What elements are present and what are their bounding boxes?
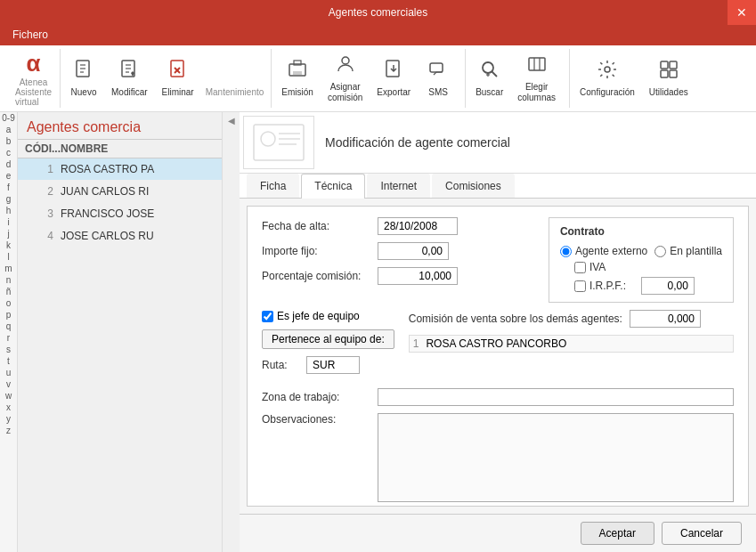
tab-internet[interactable]: Internet: [367, 174, 430, 198]
irpf-value-input[interactable]: [641, 277, 695, 295]
agent-name: ROSA CASTRO PANCORBO: [426, 337, 566, 350]
alpha-z[interactable]: z: [4, 425, 12, 436]
emision-group: Emisión Asignarcomisión Exportar SMS: [275, 49, 466, 108]
porcentaje-input[interactable]: [378, 267, 458, 285]
observaciones-textarea[interactable]: [378, 413, 734, 502]
collapse-sidebar-button[interactable]: ◀: [222, 112, 240, 552]
utilidades-button[interactable]: Utilidades: [643, 54, 695, 102]
elegir-icon: [526, 53, 548, 80]
alpha-0-9[interactable]: 0-9: [0, 112, 16, 124]
agente-externo-radio[interactable]: [560, 246, 572, 257]
emision-icon: [287, 59, 308, 85]
alpha-h[interactable]: h: [4, 205, 13, 216]
eliminar-button[interactable]: Eliminar: [156, 54, 200, 102]
svg-rect-15: [386, 61, 399, 77]
title-bar: Agentes comerciales ✕: [0, 0, 756, 24]
fichero-menu[interactable]: Fichero: [5, 26, 55, 44]
fecha-alta-input[interactable]: [378, 217, 458, 235]
alpha-l[interactable]: l: [5, 251, 11, 263]
iva-row: IVA: [574, 261, 722, 273]
importe-fijo-row: Importe fijo:: [262, 242, 520, 260]
en-plantilla-label: En plantilla: [670, 245, 722, 257]
alpha-s[interactable]: s: [4, 344, 12, 355]
comision-section: Comisión de venta sobre los demás agente…: [409, 310, 734, 356]
alpha-g[interactable]: g: [4, 193, 13, 205]
alpha-i[interactable]: i: [5, 216, 11, 228]
svg-point-24: [605, 67, 610, 72]
observaciones-label: Observaciones:: [262, 413, 378, 426]
list-item[interactable]: 1 ROSA CASTRO PA: [18, 158, 222, 181]
pertenece-button[interactable]: Pertenece al equipo de:: [262, 329, 394, 349]
alpha-r[interactable]: r: [5, 332, 12, 344]
nuevo-button[interactable]: Nuevo: [64, 54, 103, 102]
es-jefe-checkbox[interactable]: [262, 311, 273, 322]
alpha-q[interactable]: q: [4, 321, 13, 332]
aceptar-button[interactable]: Aceptar: [581, 522, 654, 545]
atenea-logo: α: [27, 50, 41, 77]
zona-input[interactable]: [378, 388, 734, 406]
list-item[interactable]: 3 FRANCISCO JOSE: [18, 203, 222, 225]
alpha-m[interactable]: m: [3, 263, 13, 274]
tab-comisiones[interactable]: Comisiones: [432, 174, 515, 198]
list-item[interactable]: 2 JUAN CARLOS RI: [18, 181, 222, 203]
comision-input[interactable]: [630, 310, 701, 328]
close-button[interactable]: ✕: [728, 0, 756, 25]
configuracion-button[interactable]: Configuración: [573, 54, 641, 102]
eliminar-icon: [167, 59, 189, 85]
utilidades-icon: [658, 59, 679, 85]
buscar-button[interactable]: Buscar: [469, 54, 509, 102]
exportar-label: Exportar: [377, 87, 411, 98]
tab-ficha[interactable]: Ficha: [247, 174, 299, 198]
modificar-button[interactable]: Modificar: [105, 54, 154, 102]
exportar-button[interactable]: Exportar: [370, 54, 417, 102]
config-group: Configuración Utilidades: [573, 49, 702, 108]
irpf-checkbox[interactable]: [574, 280, 586, 292]
alpha-u[interactable]: u: [4, 367, 13, 378]
svg-rect-27: [661, 70, 668, 77]
asistente-virtual-btn[interactable]: Asistentevirtual: [15, 87, 52, 107]
alpha-b[interactable]: b: [4, 135, 13, 147]
alpha-e[interactable]: e: [4, 170, 13, 182]
ruta-input[interactable]: [306, 356, 360, 374]
tab-tecnica[interactable]: Técnica: [301, 174, 365, 199]
iva-checkbox[interactable]: [574, 262, 586, 273]
emision-button[interactable]: Emisión: [275, 54, 320, 102]
window-title: Agentes comerciales: [329, 6, 427, 19]
alpha-a[interactable]: a: [4, 124, 13, 135]
alpha-n[interactable]: n: [4, 274, 13, 286]
right-panel: Modificación de agente comercial Ficha T…: [240, 112, 756, 552]
alpha-y[interactable]: y: [4, 413, 12, 425]
contrato-title: Contrato: [560, 225, 722, 238]
modificar-icon: [118, 59, 140, 85]
alpha-x[interactable]: x: [4, 402, 12, 413]
item-cod: 4: [25, 230, 61, 242]
cancelar-button[interactable]: Cancelar: [662, 522, 742, 545]
item-name: FRANCISCO JOSE: [61, 207, 215, 220]
alpha-k[interactable]: k: [4, 239, 12, 251]
alpha-v[interactable]: v: [4, 378, 12, 390]
sms-button[interactable]: SMS: [419, 54, 458, 102]
list-items: 1 ROSA CASTRO PA 2 JUAN CARLOS RI 3 FRAN…: [18, 158, 222, 552]
alpha-o[interactable]: o: [4, 297, 13, 309]
alpha-p[interactable]: p: [4, 309, 13, 321]
svg-point-14: [342, 57, 349, 64]
sidebar-list: Agentes comercia CÓDI... NOMBRE 1 ROSA C…: [18, 112, 222, 552]
sidebar-title: Agentes comercia: [18, 112, 222, 139]
panel-header: Modificación de agente comercial: [240, 112, 756, 174]
list-item[interactable]: 4 JOSE CARLOS RU: [18, 225, 222, 248]
en-plantilla-radio[interactable]: [654, 246, 666, 257]
es-jefe-row: Es jefe de equipo: [262, 310, 394, 322]
alpha-f[interactable]: f: [5, 182, 12, 193]
mantenimiento-label: Mantenimiento: [206, 61, 264, 97]
alpha-ñ[interactable]: ñ: [4, 286, 13, 297]
elegir-button[interactable]: Elegircolumnas: [511, 49, 562, 108]
alpha-j[interactable]: j: [5, 228, 11, 239]
alpha-d[interactable]: d: [4, 158, 13, 170]
alpha-w[interactable]: w: [4, 390, 13, 402]
svg-rect-26: [670, 61, 677, 69]
asignar-button[interactable]: Asignarcomisión: [321, 49, 369, 108]
alpha-t[interactable]: t: [5, 355, 12, 367]
alpha-c[interactable]: c: [4, 147, 12, 158]
importe-fijo-input[interactable]: [378, 242, 449, 260]
alphabet-nav: 0-9 a b c d e f g h i j k l m n ñ o p q …: [0, 112, 18, 552]
